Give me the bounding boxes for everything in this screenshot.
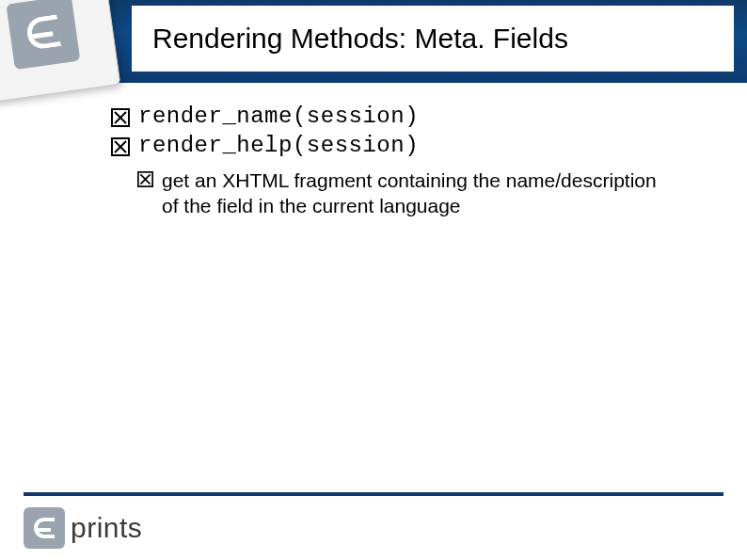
footer-logo: prints [24, 507, 142, 549]
icon-tile [0, 0, 120, 103]
x-box-icon [137, 171, 153, 187]
bullet-item: render_name(session) [111, 104, 675, 129]
sub-bullet-item: get an XHTML fragment containing the nam… [137, 168, 675, 219]
logo-text: prints [71, 512, 142, 544]
x-box-icon [111, 108, 130, 127]
title-box: Rendering Methods: Meta. Fields [132, 6, 734, 72]
x-box-icon [111, 137, 130, 156]
sub-bullet-text: get an XHTML fragment containing the nam… [162, 168, 675, 219]
bullet-text: render_name(session) [138, 104, 419, 129]
slide-title: Rendering Methods: Meta. Fields [152, 23, 568, 55]
header-band: Rendering Methods: Meta. Fields [0, 0, 747, 83]
footer-divider [24, 492, 723, 496]
content-area: render_name(session) render_help(session… [111, 104, 675, 223]
bullet-item: render_help(session) [111, 133, 675, 158]
bullet-text: render_help(session) [138, 133, 419, 158]
header-e-icon [6, 0, 80, 70]
logo-e-icon [24, 507, 65, 549]
